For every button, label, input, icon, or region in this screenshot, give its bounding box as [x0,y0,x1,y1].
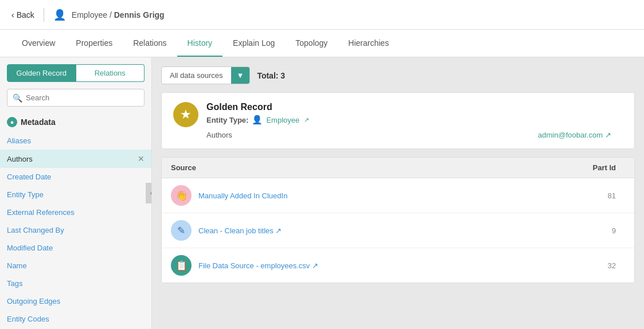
sidebar-item-label: Name [7,261,27,270]
tab-topology[interactable]: Topology [285,30,338,57]
golden-record-card: ★ Golden Record Entity Type: 👤 Employee … [161,92,635,149]
row-icon-file: 📋 [171,255,192,276]
top-header: ‹ Back 👤 Employee / Dennis Grigg [0,0,644,30]
golden-info: Golden Record Entity Type: 👤 Employee ↗ … [206,102,623,139]
clean-ext-link-icon: ↗ [275,226,282,235]
tab-history[interactable]: History [177,30,223,57]
file-ext-link-icon: ↗ [312,261,318,270]
sidebar-item-label: Aliases [7,136,31,145]
row-partid-clean: 9 [568,226,625,235]
sidebar-item-external-references[interactable]: External References [0,203,151,221]
content-area: All data sources ▼ Total: 3 ★ Golden Rec… [152,57,644,329]
close-icon[interactable]: ✕ [138,154,145,163]
authors-email-link[interactable]: admin@foobar.com ↗ [538,131,623,139]
authors-email-ext-link-icon: ↗ [605,131,611,139]
datasource-label: All data sources [162,67,231,84]
back-label: Back [17,10,34,19]
row-icon-manually-added: 👋 [171,185,192,206]
sidebar-item-modified-date[interactable]: Modified Date [0,239,151,257]
row-partid-manually-added: 81 [568,191,625,200]
entity-name-link[interactable]: Employee [266,116,299,124]
metadata-label: Metadata [21,117,56,127]
metadata-icon: ● [7,117,17,127]
search-input[interactable] [7,89,145,107]
sidebar-item-aliases[interactable]: Aliases [0,132,151,150]
star-badge: ★ [173,102,198,127]
row-partid-file: 32 [568,261,625,270]
entity-type-row: Entity Type: 👤 Employee ↗ [206,115,623,125]
sidebar-item-tags[interactable]: Tags [0,275,151,292]
sidebar-item-label: External References [7,208,75,217]
authors-label: Authors [206,131,258,139]
breadcrumb: Employee / Dennis Grigg [72,10,165,19]
row-label-clean[interactable]: Clean - Clean job titles ↗ [198,226,561,235]
table-header: Source Part Id [162,158,634,178]
row-label-manually-added[interactable]: Manually Added In CluedIn [198,191,561,200]
col-partid-header: Part Id [568,163,625,172]
entity-person-icon: 👤 [252,115,263,125]
search-box: 🔍 [7,89,145,107]
person-icon: 👤 [53,9,66,21]
datasource-dropdown-arrow[interactable]: ▼ [231,67,250,84]
golden-record-header: ★ Golden Record Entity Type: 👤 Employee … [173,102,623,139]
sidebar-item-label: Authors [7,155,33,163]
tab-relations[interactable]: Relations [123,30,177,57]
golden-record-toggle[interactable]: Golden Record [7,64,76,82]
sidebar-list: Aliases Authors ✕ Created Date Entity Ty… [0,132,151,328]
authors-row: Authors admin@foobar.com ↗ [206,131,623,139]
tab-explain-log[interactable]: Explain Log [223,30,285,57]
entity-type-label: Entity Type: [206,116,248,124]
sidebar-item-label: Created Date [7,173,51,181]
filter-bar: All data sources ▼ Total: 3 [161,66,635,84]
main-layout: Golden Record Relations 🔍 ● Metadata Ali… [0,57,644,329]
table-row: 📋 File Data Source - employees.csv ↗ 32 [162,248,634,283]
toggle-row: Golden Record Relations [0,57,151,89]
collapse-sidebar-button[interactable]: « [146,183,152,203]
col-source-header: Source [171,163,568,172]
sidebar-item-entity-type[interactable]: Entity Type [0,186,151,203]
sidebar-item-label: Modified Date [7,244,53,252]
header-divider [44,8,44,22]
sidebar-item-entity-codes[interactable]: Entity Codes [0,310,151,328]
row-icon-clean: ✎ [171,220,192,241]
entity-external-link-icon[interactable]: ↗ [304,116,309,124]
sidebar-item-label: Last Changed By [7,226,64,234]
breadcrumb-name: Dennis Grigg [114,10,165,19]
golden-record-title: Golden Record [206,102,623,112]
tab-overview[interactable]: Overview [11,30,65,57]
sources-table: Source Part Id 👋 Manually Added In Clued… [161,157,635,283]
sidebar-item-name[interactable]: Name [0,257,151,275]
sidebar-item-created-date[interactable]: Created Date [0,168,151,186]
row-label-file[interactable]: File Data Source - employees.csv ↗ [198,261,561,270]
tab-navigation: Overview Properties Relations History Ex… [0,30,644,57]
sidebar-item-label: Outgoing Edges [7,297,60,306]
back-button[interactable]: ‹ Back [11,10,34,19]
breadcrumb-separator: / [110,10,114,19]
sidebar: Golden Record Relations 🔍 ● Metadata Ali… [0,57,152,329]
sidebar-item-label: Entity Codes [7,315,49,323]
datasource-dropdown[interactable]: All data sources ▼ [161,66,250,84]
sidebar-item-outgoing-edges[interactable]: Outgoing Edges [0,292,151,310]
tab-hierarchies[interactable]: Hierarchies [338,30,399,57]
tab-properties[interactable]: Properties [65,30,123,57]
relations-toggle[interactable]: Relations [76,64,145,82]
sidebar-item-label: Entity Type [7,190,44,199]
search-icon: 🔍 [13,93,22,103]
total-count-label: Total: 3 [257,71,285,80]
sidebar-item-label: Tags [7,279,22,288]
back-arrow-icon: ‹ [11,10,14,19]
metadata-header: ● Metadata [0,112,151,132]
table-row: ✎ Clean - Clean job titles ↗ 9 [162,213,634,248]
sidebar-item-last-changed-by[interactable]: Last Changed By [0,221,151,239]
breadcrumb-entity: Employee [72,10,107,19]
sidebar-item-authors[interactable]: Authors ✕ [0,150,151,168]
table-row: 👋 Manually Added In CluedIn 81 [162,178,634,213]
